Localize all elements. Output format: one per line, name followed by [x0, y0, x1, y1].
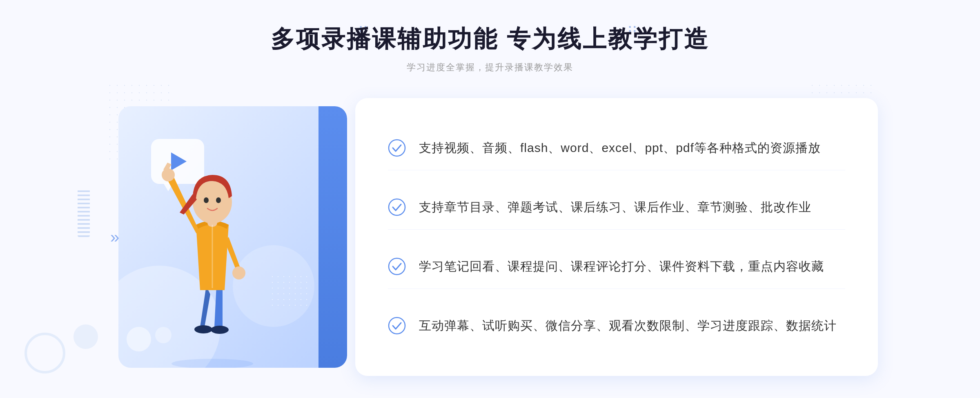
header: 多项录播课辅助功能 专为线上教学打造 学习进度全掌握，提升录播课教学效果	[271, 25, 709, 74]
sub-title: 学习进度全掌握，提升录播课教学效果	[271, 61, 709, 74]
svg-point-1	[194, 325, 212, 333]
svg-point-7	[204, 197, 209, 203]
deco-small-circle-2	[155, 327, 172, 343]
check-icon-2	[388, 198, 406, 216]
svg-point-13	[389, 318, 405, 334]
feature-text-4: 互动弹幕、试听购买、微信分享、观看次数限制、学习进度跟踪、数据统计	[419, 316, 837, 335]
striped-decoration	[78, 188, 90, 237]
illustration-card	[118, 106, 347, 368]
check-icon-4	[388, 317, 406, 335]
feature-text-2: 支持章节目录、弹题考试、课后练习、课后作业、章节测验、批改作业	[419, 197, 811, 217]
features-panel: 支持视频、音频、flash、word、excel、ppt、pdf等各种格式的资源…	[355, 98, 878, 376]
svg-point-0	[172, 359, 253, 368]
page-container: ∷ ∷ 多项录播课辅助功能 专为线上教学打造 学习进度全掌握，提升录播课教学效果…	[0, 0, 980, 398]
svg-point-4	[232, 266, 245, 279]
check-icon-1	[388, 139, 406, 157]
check-icon-3	[388, 257, 406, 275]
blue-bar	[318, 106, 347, 368]
content-area: »	[102, 98, 878, 376]
feature-item-2: 支持章节目录、弹题考试、课后练习、课后作业、章节测验、批改作业	[388, 185, 845, 230]
feature-item-1: 支持视频、音频、flash、word、excel、ppt、pdf等各种格式的资源…	[388, 126, 845, 170]
svg-point-3	[162, 168, 175, 181]
left-arrows: »	[110, 228, 119, 246]
features-list: 支持视频、音频、flash、word、excel、ppt、pdf等各种格式的资源…	[388, 119, 845, 356]
feature-text-1: 支持视频、音频、flash、word、excel、ppt、pdf等各种格式的资源…	[419, 138, 821, 158]
svg-point-2	[211, 326, 229, 334]
svg-point-12	[389, 258, 405, 275]
feature-item-4: 互动弹幕、试听购买、微信分享、观看次数限制、学习进度跟踪、数据统计	[388, 304, 845, 348]
svg-point-11	[389, 199, 405, 215]
svg-point-8	[216, 197, 221, 203]
feature-item-3: 学习笔记回看、课程提问、课程评论打分、课件资料下载，重点内容收藏	[388, 244, 845, 289]
bottom-deco-circle-1	[24, 333, 65, 373]
svg-point-10	[389, 140, 405, 156]
illustration-area: »	[102, 98, 363, 376]
deco-small-circle-1	[127, 327, 151, 351]
bottom-deco-circle-2	[74, 324, 98, 349]
feature-text-3: 学习笔记回看、课程提问、课程评论打分、课件资料下载，重点内容收藏	[419, 257, 824, 276]
main-title: 多项录播课辅助功能 专为线上教学打造	[271, 25, 709, 53]
